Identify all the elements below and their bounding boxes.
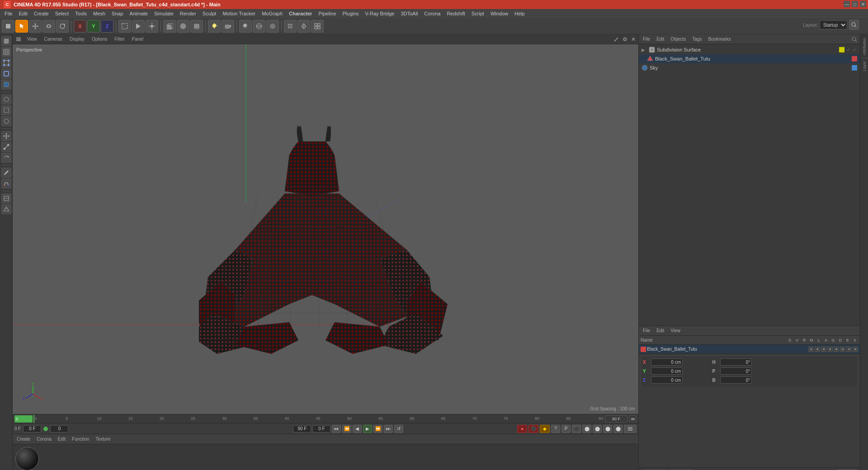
snap-btn[interactable] (297, 20, 310, 33)
record-btn[interactable]: ● (517, 425, 527, 433)
step-back-btn[interactable]: ⏪ (342, 425, 351, 433)
vp-menu-cameras[interactable]: Cameras (42, 36, 65, 42)
menu-create[interactable]: Create (31, 10, 52, 17)
timeline-start-indicator[interactable]: 0 (14, 415, 33, 423)
add-cylinder-btn[interactable] (190, 20, 203, 33)
obj-file[interactable]: File (642, 36, 651, 42)
mat-edit[interactable]: Edit (57, 436, 67, 442)
go-to-start-btn[interactable]: ⏮ (332, 425, 341, 433)
mat-function[interactable]: Function (71, 436, 90, 442)
obj-search-icon[interactable] (852, 37, 857, 42)
add-sphere-btn[interactable] (177, 20, 189, 33)
menu-corona[interactable]: Corona (421, 10, 443, 17)
menu-window[interactable]: Window (488, 10, 511, 17)
left-model-mode[interactable] (1, 36, 11, 46)
shading-gouraud-btn[interactable] (239, 20, 252, 33)
step-fwd-btn[interactable]: ⏩ (373, 425, 382, 433)
layer-tab[interactable]: Layer (862, 59, 867, 73)
sel-prev-btn[interactable]: ? (551, 425, 560, 433)
layout-selector[interactable]: Startup (820, 20, 847, 29)
mat-texture[interactable]: Texture (94, 436, 112, 442)
left-mesh-2[interactable] (1, 204, 11, 214)
mode-select-btn[interactable] (15, 20, 28, 33)
left-live-sel[interactable] (1, 94, 11, 104)
end-frame-input[interactable] (293, 425, 311, 432)
vp-menu-panel[interactable]: Panel (130, 36, 146, 42)
menu-tools[interactable]: Tools (72, 10, 90, 17)
menu-snap[interactable]: Snap (109, 10, 126, 17)
obj-bookmarks[interactable]: Bookmarks (707, 36, 732, 42)
left-free-sel[interactable] (1, 116, 11, 126)
obj-row-swan[interactable]: Black_Swan_Ballet_Tutu (639, 54, 860, 63)
object-tree[interactable]: ▶ Subdivision Surface ✓ ✓ (639, 44, 860, 325)
left-brush[interactable] (1, 168, 11, 178)
vp-menu-display[interactable]: Display (68, 36, 86, 42)
left-texture-mode[interactable] (1, 47, 11, 57)
scale-tool-btn[interactable] (42, 20, 55, 33)
coord-y-pos-input[interactable] (651, 367, 683, 375)
obj-row-sky[interactable]: Sky (639, 63, 860, 72)
left-rotate[interactable] (1, 153, 11, 163)
sel-p-btn[interactable]: P (561, 425, 571, 433)
left-edge-mode[interactable] (1, 69, 11, 79)
attr-view[interactable]: View (669, 328, 682, 334)
grid-btn[interactable] (284, 20, 297, 33)
go-to-end-btn[interactable]: ⏭ (384, 425, 393, 433)
vp-menu-options[interactable]: Options (90, 36, 109, 42)
obj-edit[interactable]: Edit (655, 36, 665, 42)
vp-settings-icon[interactable]: ⚙ (623, 36, 627, 42)
vp-menu-view[interactable]: View (25, 36, 39, 42)
menu-3dtoall[interactable]: 3DToAll (398, 10, 420, 17)
menu-help[interactable]: Help (512, 10, 528, 17)
search-btn[interactable] (849, 20, 859, 30)
mat-create[interactable]: Create (15, 436, 32, 442)
menu-mesh[interactable]: Mesh (90, 10, 108, 17)
coord-z-pos-input[interactable] (651, 376, 683, 384)
key-pos-btn[interactable]: ⬤ (582, 425, 591, 433)
attr-edit[interactable]: Edit (655, 328, 665, 334)
coord-p-input[interactable] (720, 367, 752, 375)
timeline-options-btn[interactable] (629, 415, 637, 423)
play-reverse-btn[interactable]: ◀ (353, 425, 362, 433)
shading-wire-btn[interactable] (253, 20, 265, 33)
left-rect-sel[interactable] (1, 105, 11, 115)
frame-counter[interactable] (50, 425, 68, 432)
timeline-track[interactable]: 0 5 10 15 20 25 30 35 40 45 50 55 60 65 (33, 415, 605, 423)
left-mesh-1[interactable] (1, 193, 11, 203)
menu-pipeline[interactable]: Pipeline (316, 10, 339, 17)
add-light-btn[interactable] (208, 20, 221, 33)
render-view-btn[interactable] (132, 20, 145, 33)
more-tool-btn[interactable] (311, 20, 324, 33)
frame-input[interactable] (23, 425, 41, 432)
add-camera-btn[interactable] (222, 20, 234, 33)
left-polygon-mode[interactable] (1, 80, 11, 89)
timeline-end-frame[interactable]: 90 F (605, 415, 627, 423)
material-thumbnail[interactable] (15, 447, 39, 470)
menu-sculpt[interactable]: Sculpt (200, 10, 219, 17)
obj-objects[interactable]: Objects (669, 36, 687, 42)
coord-b-input[interactable] (720, 376, 752, 384)
minimize-button[interactable]: — (844, 1, 850, 7)
render-settings-btn[interactable] (146, 20, 158, 33)
menu-simulate[interactable]: Simulate (151, 10, 176, 17)
coord-h-input[interactable] (720, 358, 752, 366)
attr-selected-row[interactable]: Black_Swan_Ballet_Tutu ■ ■ ■ ■ ■ ■ ■ ■ (639, 345, 860, 354)
menu-character[interactable]: Character (286, 10, 315, 17)
vp-close-icon[interactable]: ✕ (631, 36, 636, 42)
coord-x-pos-input[interactable] (651, 358, 683, 366)
menu-file[interactable]: File (2, 10, 15, 17)
key-btn[interactable]: ◆ (540, 425, 550, 433)
key-all-btn[interactable]: ⚫ (572, 425, 581, 433)
mode-object-btn[interactable] (2, 20, 14, 33)
vp-expand-icon[interactable]: ⤢ (613, 36, 619, 43)
left-scale[interactable] (1, 142, 11, 152)
render-region-btn[interactable] (118, 20, 131, 33)
x-axis-btn[interactable]: X (74, 20, 86, 33)
menu-select[interactable]: Select (52, 10, 72, 17)
obj-tags[interactable]: Tags (691, 36, 703, 42)
close-button[interactable]: ✕ (860, 1, 866, 7)
menu-redshift[interactable]: Redshift (444, 10, 467, 17)
loop-btn[interactable]: ↺ (394, 425, 403, 433)
anim-settings-btn[interactable] (624, 425, 637, 433)
add-cube-btn[interactable] (163, 20, 176, 33)
